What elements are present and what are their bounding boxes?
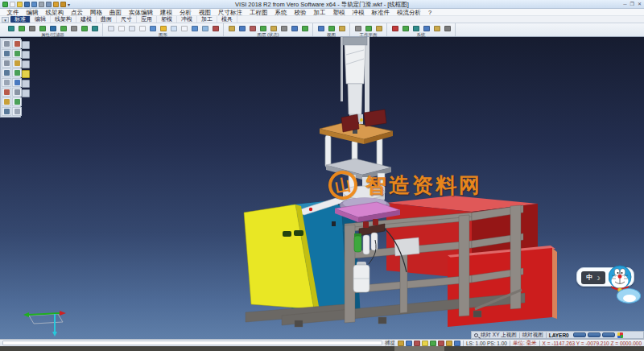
ime-moon-icon[interactable]: ☽	[595, 275, 600, 281]
toolbar-icon[interactable]	[248, 24, 257, 32]
absolute-view-label[interactable]: 绝对 XY 上视图	[481, 332, 517, 339]
toolbar-icon[interactable]	[390, 24, 399, 32]
menu-item[interactable]: 工程图	[246, 9, 272, 16]
menu-item[interactable]: 塑模	[329, 9, 349, 16]
menu-item[interactable]: 曲面	[106, 9, 126, 16]
status-color-icon[interactable]	[617, 332, 623, 338]
toolbar-icon[interactable]	[300, 24, 309, 32]
commandbar-icon[interactable]	[414, 341, 420, 346]
view-mini-button[interactable]	[22, 89, 30, 97]
palette-icon[interactable]	[12, 97, 22, 106]
toolbar-icon[interactable]	[227, 24, 236, 32]
menu-item[interactable]: 视图	[196, 9, 215, 16]
palette-icon[interactable]	[2, 39, 11, 48]
commandbar-icon[interactable]	[454, 341, 460, 346]
redo-icon[interactable]	[60, 2, 66, 7]
open-file-icon[interactable]	[17, 2, 23, 7]
toolbar-icon[interactable]	[279, 24, 288, 32]
toolbar-icon[interactable]	[432, 24, 441, 32]
menu-item[interactable]: 系统	[271, 9, 291, 16]
commandbar-icon[interactable]	[438, 341, 444, 346]
toolbar-icon[interactable]	[411, 24, 420, 32]
menu-item[interactable]: ?	[425, 9, 436, 16]
toolbar-icon[interactable]	[27, 24, 36, 32]
ribbon-tab[interactable]: 模具	[217, 16, 237, 23]
active-layer-label[interactable]: LAYER0	[549, 332, 569, 338]
quick-access-more-icon[interactable]: ▾	[68, 2, 70, 7]
menu-item[interactable]: 点云	[68, 9, 87, 16]
machine-3d-model[interactable]	[0, 37, 644, 339]
toolbar-icon[interactable]	[316, 24, 325, 32]
maximize-button[interactable]: ❐	[630, 1, 634, 8]
palette-icon[interactable]	[2, 107, 11, 116]
print-icon[interactable]	[39, 2, 44, 7]
toolbar-icon[interactable]	[69, 24, 78, 32]
palette-icon[interactable]	[12, 59, 22, 68]
close-button[interactable]: ✕	[638, 1, 642, 8]
ribbon-tab[interactable]: 建模	[76, 16, 97, 23]
palette-icon[interactable]	[2, 97, 11, 106]
palette-icon[interactable]	[12, 88, 22, 97]
menu-item[interactable]: 冲模	[349, 9, 368, 16]
ribbon-tab[interactable]: 塑模	[157, 16, 177, 23]
save-all-icon[interactable]	[31, 2, 37, 7]
view-mode-label[interactable]: 绝对视图	[522, 332, 543, 339]
toolbar-icon[interactable]	[90, 24, 99, 32]
palette-icon[interactable]	[12, 49, 22, 58]
menu-item[interactable]: 尺寸标注	[215, 9, 246, 16]
toolbar-icon[interactable]	[401, 24, 410, 32]
menu-item[interactable]: 文件	[3, 9, 23, 16]
commandbar-icon[interactable]	[430, 341, 436, 346]
minimize-button[interactable]: ─	[623, 1, 626, 8]
toolbar-icon[interactable]	[138, 24, 147, 32]
ime-mode-chinese[interactable]: 中	[586, 275, 592, 281]
red-button[interactable]	[309, 208, 312, 211]
toolbar-icon[interactable]	[269, 24, 278, 32]
toolbar-icon[interactable]	[38, 24, 47, 32]
status-button[interactable]	[588, 332, 601, 337]
palette-icon[interactable]	[2, 49, 11, 58]
toolbar-icon[interactable]	[80, 24, 89, 32]
toolbar-icon[interactable]	[190, 24, 199, 32]
toolbar-icon[interactable]	[211, 24, 220, 32]
status-button[interactable]	[573, 332, 586, 337]
toolbar-icon[interactable]	[374, 24, 383, 32]
toolbar-icon[interactable]	[17, 24, 26, 32]
palette-icon[interactable]	[2, 59, 11, 68]
menu-item[interactable]: 线架构	[42, 9, 68, 16]
ribbon-tab[interactable]: 标准	[10, 16, 31, 23]
view-mini-button[interactable]	[22, 41, 30, 49]
toolbar-icon[interactable]	[48, 24, 57, 32]
menu-item[interactable]: 分析	[176, 9, 196, 16]
toolbar-icon[interactable]	[443, 24, 452, 32]
menu-item[interactable]: 建模	[157, 9, 176, 16]
print-preview-icon[interactable]	[46, 2, 52, 7]
palette-icon[interactable]	[12, 107, 22, 116]
toolbar-icon[interactable]	[180, 24, 188, 32]
toolbar-icon[interactable]	[148, 24, 157, 32]
ime-mode-box[interactable]: 中 ☽	[581, 271, 605, 284]
menu-item[interactable]: 加工	[310, 9, 329, 16]
palette-icon[interactable]	[2, 78, 11, 87]
toolbar-icon[interactable]	[127, 24, 136, 32]
toolbar-icon[interactable]	[59, 24, 68, 32]
toolbar-icon[interactable]	[422, 24, 431, 32]
palette-icon[interactable]	[2, 88, 11, 97]
toolbar-icon[interactable]	[364, 24, 373, 32]
ribbon-tab[interactable]: 编辑	[31, 16, 51, 23]
ime-widget[interactable]: 中 ☽	[575, 264, 644, 312]
ribbon-tab[interactable]: 尺寸	[117, 16, 137, 23]
toolbar-icon[interactable]	[6, 24, 15, 32]
commandbar-icon[interactable]	[406, 341, 412, 346]
palette-icon[interactable]	[12, 39, 22, 48]
new-file-icon[interactable]	[10, 2, 15, 7]
menu-item[interactable]: 网格	[87, 9, 106, 16]
toolbar-icon[interactable]	[106, 24, 115, 32]
menu-item[interactable]: 校验	[291, 9, 310, 16]
menu-item[interactable]: 标准件	[368, 9, 394, 16]
toolbar-icon[interactable]	[237, 24, 246, 32]
view-mini-button[interactable]	[22, 80, 30, 88]
tab-overflow-icon[interactable]: ▾	[2, 17, 9, 23]
toolbar-icon[interactable]	[200, 24, 209, 32]
view-mini-button[interactable]	[22, 60, 30, 68]
